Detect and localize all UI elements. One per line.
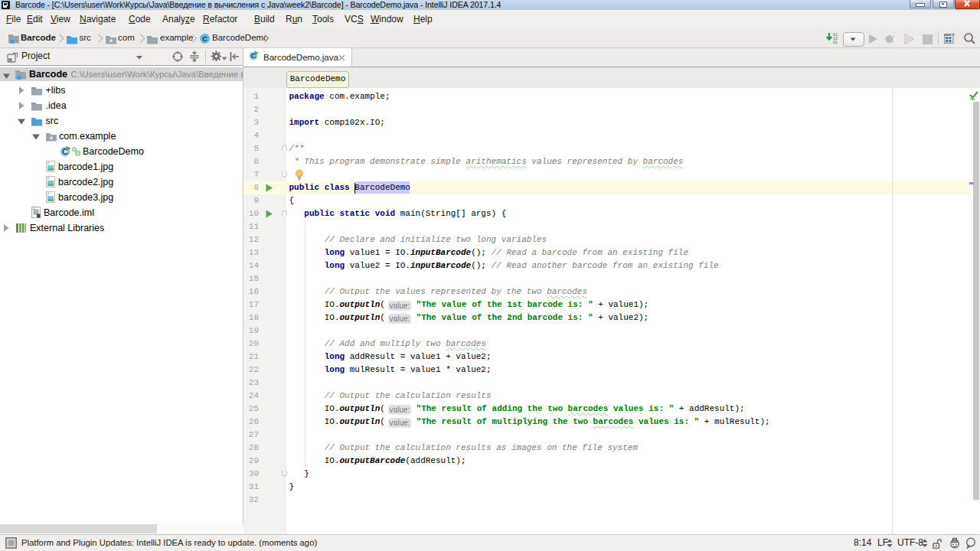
svg-text:C: C: [202, 35, 207, 43]
svg-text:01: 01: [833, 41, 838, 45]
